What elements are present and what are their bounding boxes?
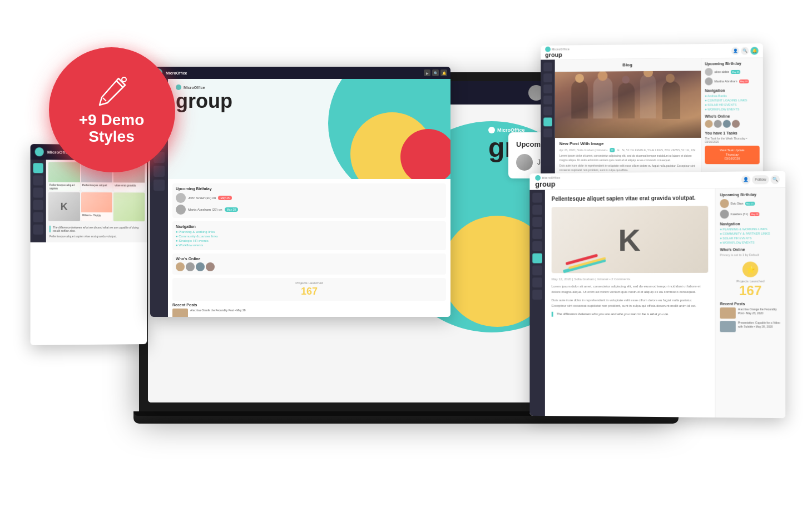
birthday-date: May 25 bbox=[633, 158, 656, 166]
rt-nav-l3[interactable]: ● SOLAR HR EVENTS bbox=[705, 103, 759, 106]
user-name: Doug Adams bbox=[548, 88, 590, 97]
rt-nav-l1[interactable]: ● Andrea Banks bbox=[705, 94, 759, 97]
nav-icon-1[interactable]: ▶ bbox=[596, 86, 611, 100]
rb-nav-label: Navigation bbox=[720, 222, 781, 226]
red-badge-overlay: +9 Demo Styles bbox=[49, 47, 174, 172]
svg-point-5 bbox=[258, 306, 267, 315]
rt-tasks-desc: The Task for the Week Thursday • 03/16/2… bbox=[705, 137, 759, 143]
rt-p1-date: May 25 bbox=[731, 69, 740, 73]
big-number: 780 bbox=[192, 138, 304, 205]
rt-nav-l4[interactable]: ● WORKFLOW EVENTS bbox=[705, 107, 759, 111]
rt-nav-l2[interactable]: ● CONTENT LOADING LINKS bbox=[705, 98, 759, 102]
topbar-right: Doug Adams ▶ 🔍 🔔 bbox=[528, 85, 653, 101]
rt-tasks-label: You have 1 Tasks bbox=[705, 131, 759, 135]
rt-online-label: Who's Online bbox=[705, 114, 759, 118]
birthday-panel-title: Upcoming Birthday bbox=[516, 140, 656, 148]
screen-bg-content: MicroOffice group 780 Upcoming Birthday … bbox=[148, 105, 664, 402]
rt-user-icon[interactable]: 👤 bbox=[731, 47, 739, 54]
birthday-panel: Upcoming Birthday John Snow (30) on May … bbox=[508, 132, 664, 178]
rt-right-panel: Upcoming Birthday alice abbie May 25 Mar… bbox=[701, 58, 763, 246]
birthday-person: John Snow (30) on bbox=[537, 158, 628, 166]
rb-user-btn[interactable]: 👤 bbox=[741, 175, 750, 184]
birthday-avatar bbox=[516, 154, 533, 171]
svg-point-7 bbox=[402, 301, 410, 309]
screen-main: MicroOffice Doug Adams ▶ 🔍 🔔 bbox=[148, 81, 664, 402]
rt-sb-1[interactable] bbox=[543, 62, 552, 71]
screenshot-left: MicroOffice Pellent bbox=[31, 144, 147, 345]
photo-1-caption: Pellentesque aliquet sapien bbox=[48, 182, 80, 191]
laptop-base bbox=[133, 411, 679, 424]
mini-logo bbox=[35, 147, 44, 156]
rb-p2-date: May 28 bbox=[750, 212, 759, 216]
rb-recent-label: Recent Posts bbox=[720, 302, 781, 306]
rb-nav-l3[interactable]: ● SOLAR HR EVENTS bbox=[720, 236, 781, 240]
user-info: Doug Adams bbox=[528, 85, 590, 101]
badge-sub: Styles bbox=[88, 128, 135, 145]
rt-topbar: MicroOffice group 👤 🔍 🔔 bbox=[541, 43, 763, 59]
rt-panel-birthday: Upcoming Birthday bbox=[705, 61, 759, 66]
rb-panel-p1: Bob Stan bbox=[731, 202, 744, 205]
rb-search-btn[interactable]: 🔍 bbox=[771, 175, 780, 183]
quote-excerpt: The difference between what we do and wh… bbox=[49, 226, 144, 232]
rb-online-sub: Privacy is set to 1 by Default bbox=[720, 253, 781, 256]
rb-panel-birthday-title: Upcoming Birthday bbox=[720, 192, 781, 197]
rb-recent-2: Presentation: Capable for a Video with S… bbox=[738, 321, 781, 328]
screen-topbar: MicroOffice Doug Adams ▶ 🔍 🔔 bbox=[148, 81, 664, 105]
rt-panel-p1: alice abbie bbox=[715, 70, 730, 73]
rt-micro-text: MicroOffice bbox=[552, 47, 570, 51]
rb-recent-1: Alacritas Orange the Fecundity Post • Ma… bbox=[738, 307, 781, 315]
search-icon-btn[interactable]: 🔍 bbox=[617, 86, 632, 100]
camera-notch bbox=[404, 77, 408, 81]
rt-blog-header: Blog bbox=[555, 58, 701, 72]
bell-icon-btn[interactable]: 🔔 bbox=[638, 86, 653, 100]
rb-nav-l1[interactable]: ● PLANNING & WORKING LINKS bbox=[720, 227, 781, 231]
rb-nav-l4[interactable]: ● WORKFLOW EVENTS bbox=[720, 241, 781, 244]
rt-nav-label: Navigation bbox=[705, 88, 759, 93]
rb-online-label: Who's Online bbox=[720, 247, 781, 251]
rt-group-text: group bbox=[545, 52, 562, 58]
photo-grid-layout: Pellentesque aliquet sapien Pellentesque… bbox=[31, 160, 147, 242]
user-avatar bbox=[528, 85, 544, 101]
rb-right-panel: Upcoming Birthday Bob Stan May 25 Kaleba… bbox=[715, 188, 785, 418]
rt-p2-date: May 28 bbox=[739, 79, 749, 83]
rt-task-cta[interactable]: View Task UpdateThursday03/16/2020 bbox=[705, 146, 759, 164]
rb-nav-l2[interactable]: ● COMMUNITY & PARTNER LINKS bbox=[720, 232, 781, 236]
rb-panel-p2: Kalebas (31) bbox=[731, 212, 749, 216]
laptop-foot bbox=[133, 411, 679, 416]
rt-search-icon[interactable]: 🔍 bbox=[741, 47, 749, 54]
birthday-row: John Snow (30) on May 25 bbox=[516, 154, 656, 171]
badge-main: +9 Demo bbox=[79, 112, 145, 128]
rb-proj-label: Projects Launched bbox=[720, 280, 781, 283]
pen-tool-icon bbox=[95, 75, 128, 108]
logo-text: MicroOffice bbox=[179, 88, 225, 97]
rt-blog-title: Blog bbox=[622, 62, 632, 67]
svg-point-8 bbox=[122, 77, 126, 82]
rb-p1-date: May 25 bbox=[745, 201, 755, 205]
rt-bell-icon[interactable]: 🔔 bbox=[750, 47, 758, 54]
laptop-body: MicroOffice Doug Adams ▶ 🔍 🔔 bbox=[139, 72, 673, 411]
rb-proj-number: 167 bbox=[720, 283, 781, 299]
photo-2-caption: Pellentesque aliquet bbox=[81, 182, 113, 191]
laptop-screen-area: MicroOffice Doug Adams ▶ 🔍 🔔 bbox=[148, 81, 664, 402]
rt-panel-p2: Martha Abraham bbox=[715, 79, 737, 83]
rb-star-icon: ⭐ bbox=[742, 262, 758, 277]
rb-follow-btn[interactable]: Follow bbox=[752, 175, 769, 184]
post-text-excerpt: Pellentesque aliquet sapien vitae erat g… bbox=[49, 235, 144, 238]
scene: MicroOffice Doug Adams ▶ 🔍 🔔 bbox=[0, 0, 812, 522]
photo-4-caption: Wilson - Happy bbox=[81, 212, 113, 221]
svg-point-6 bbox=[316, 290, 323, 296]
laptop-mockup: MicroOffice Doug Adams ▶ 🔍 🔔 bbox=[133, 72, 679, 450]
